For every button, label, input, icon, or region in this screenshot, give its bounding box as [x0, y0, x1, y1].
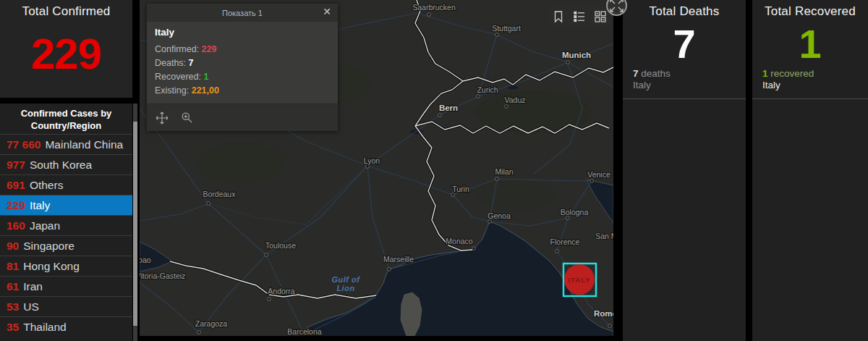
total-confirmed-value: 229 [0, 19, 132, 90]
map-label-bern: Bern [439, 104, 458, 112]
case-count: 160 [7, 219, 25, 232]
map-label-bilbao: Bilbao [140, 256, 151, 264]
country-list-item[interactable]: 77 660Mainland China [0, 134, 132, 154]
deaths-detail: 7 deaths Italy [633, 68, 671, 91]
marker-country-label: ITALY [569, 276, 591, 284]
map-label-marseille: Marseille [383, 255, 414, 264]
deaths-detail-label: deaths [639, 68, 671, 79]
recovered-detail-count: 1 [762, 68, 768, 79]
expand-icon[interactable] [606, 0, 627, 16]
map-label-barcelona: Barcelona [287, 327, 321, 336]
city-dot [388, 268, 391, 271]
case-count: 977 [7, 159, 25, 172]
case-count: 691 [7, 179, 25, 192]
map-label-stuttgart: Stuttgart [492, 24, 521, 33]
map-canvas[interactable]: SaarbruckenStuttgartMunichZurichVaduzBer… [140, 0, 613, 336]
country-name: Hong Kong [23, 260, 80, 273]
map-label-san-marino: San Marino [595, 232, 613, 240]
recovered-detail: 1 recovered Italy [762, 68, 814, 91]
city-dot [268, 298, 271, 301]
map-toolbar [548, 6, 611, 28]
map-label-bologna: Bologna [561, 208, 589, 216]
popup-title: Показать 1 [222, 9, 263, 17]
map-label-turin: Turin [452, 185, 469, 193]
total-recovered-top: Total Recovered 1 1 recovered Italy [752, 0, 868, 99]
lake-constance [508, 86, 518, 90]
popup-stat-row: Existing: 221,00 [155, 84, 330, 98]
country-list-item[interactable]: 90Singapore [0, 235, 132, 256]
city-dot [477, 95, 480, 98]
popup-stat-row: Confirmed: 229 [155, 43, 330, 56]
map-label-vaduz: Vaduz [505, 96, 526, 104]
country-name: Thailand [23, 321, 66, 334]
map-popup: Показать 1 ✕ Italy Confirmed: 229Deaths:… [147, 4, 338, 131]
city-dot [505, 105, 509, 109]
map-label-toulouse: Toulouse [265, 241, 296, 250]
case-count: 53 [7, 300, 19, 313]
case-count: 229 [7, 199, 25, 212]
city-dot [197, 331, 201, 334]
case-count: 61 [7, 280, 19, 293]
city-dot [472, 247, 476, 251]
map-label-venice: Venice [587, 170, 610, 179]
country-list: 77 660Mainland China977South Korea691Oth… [0, 134, 132, 337]
country-list-item[interactable]: 35Thailand [0, 316, 132, 337]
city-dot [207, 202, 210, 206]
map-label-monaco: Monaco [446, 237, 473, 245]
map-label-andorra: Andorra [268, 287, 295, 295]
country-name: Iran [23, 280, 43, 293]
basemap-icon[interactable] [594, 10, 607, 23]
popup-footer [147, 104, 338, 131]
map-label-saarbrucken: Saarbrucken [412, 3, 456, 12]
city-dot [427, 13, 431, 17]
country-list-item[interactable]: 81Hong Kong [0, 256, 132, 276]
popup-stat-row: Deaths: 7 [155, 56, 330, 70]
case-count: 35 [7, 321, 19, 334]
list-title-line2: Country/Region [0, 119, 132, 132]
country-list-item[interactable]: 53US [0, 296, 132, 316]
total-confirmed-card: Total Confirmed 229 [0, 0, 132, 98]
total-recovered-value: 1 [752, 19, 868, 70]
recovered-detail-region: Italy [762, 80, 814, 91]
map-label-zurich: Zurich [477, 85, 498, 94]
close-icon[interactable]: ✕ [323, 6, 331, 17]
country-list-item[interactable]: 691Others [0, 174, 132, 195]
deaths-detail-count: 7 [633, 68, 639, 79]
bookmark-icon[interactable] [552, 10, 565, 23]
country-list-item[interactable]: 61Iran [0, 276, 132, 296]
map-label-milan: Milan [495, 167, 513, 176]
city-dot [366, 165, 370, 169]
total-recovered-title: Total Recovered [752, 0, 868, 19]
gulf-of-lion-label: Gulf of [332, 275, 361, 284]
map-label-vitoria-gasteiz: Vitoria-Gasteiz [140, 271, 185, 280]
country-list-item[interactable]: 160Japan [0, 215, 132, 235]
map-label-munich: Munich [562, 51, 591, 59]
city-dot [566, 216, 570, 220]
total-confirmed-title: Total Confirmed [0, 0, 132, 19]
city-dot [556, 250, 559, 253]
country-name: Mainland China [45, 138, 123, 151]
recovered-detail-label: recovered [768, 68, 814, 79]
total-deaths-value: 7 [623, 19, 746, 70]
country-name: Italy [30, 199, 50, 212]
city-dot [495, 33, 499, 37]
map-label-rome: Rome [594, 309, 613, 318]
city-dot [451, 193, 455, 197]
city-dot [438, 114, 442, 117]
list-scrollbar-thumb[interactable] [133, 122, 137, 326]
country-list-item[interactable]: 229Italy [0, 195, 132, 215]
map-label-lyon: Lyon [364, 156, 380, 165]
legend-icon[interactable] [573, 10, 586, 23]
country-name: South Korea [30, 159, 92, 172]
city-dot [495, 177, 499, 181]
zoom-to-icon[interactable] [181, 111, 193, 124]
total-deaths-card: Total Deaths 7 7 deaths Italy [623, 0, 746, 341]
popup-stats: Confirmed: 229Deaths: 7Recovered: 1Exist… [155, 43, 330, 98]
city-dot [590, 180, 594, 183]
pan-icon[interactable] [156, 111, 169, 125]
country-list-item[interactable]: 977South Korea [0, 154, 132, 174]
map-label-florence: Florence [550, 237, 580, 246]
popup-header: Показать 1 ✕ [147, 4, 338, 22]
case-count: 77 660 [7, 138, 41, 151]
confirmed-cases-list-card: Confirmed Cases by Country/Region 77 660… [0, 104, 132, 341]
